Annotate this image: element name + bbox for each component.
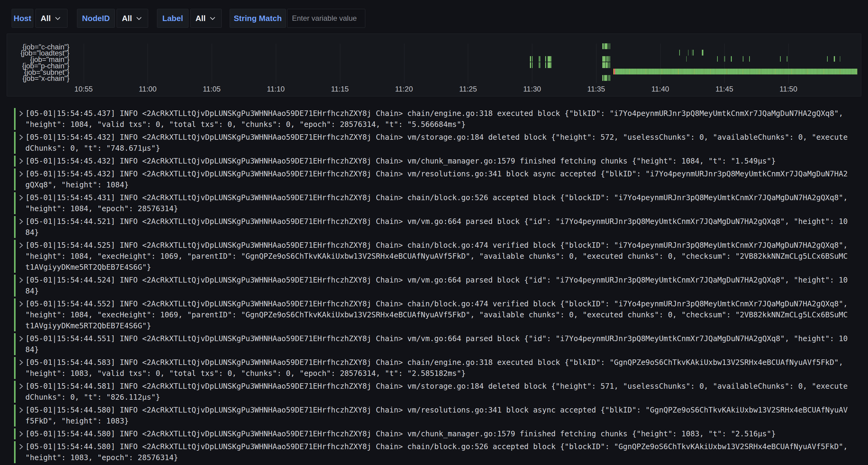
log-row[interactable]: [05-01|15:54:44.524] INFO <2AcRkXTLLtQjv… (0, 275, 868, 297)
gridline (660, 44, 661, 83)
x-axis-tick-label: 11:15 (318, 85, 361, 94)
log-row[interactable]: [05-01|15:54:45.431] INFO <2AcRkXTLLtQjv… (0, 192, 868, 214)
log-row[interactable]: [05-01|15:54:44.552] INFO <2AcRkXTLLtQjv… (0, 298, 868, 331)
log-volume-bar (602, 56, 606, 62)
log-message: [05-01|15:54:44.583] INFO <2AcRkXTLLtQjv… (25, 357, 850, 379)
log-volume-bar (604, 75, 607, 81)
log-volume-panel: 10:5511:0011:0511:1011:1511:2011:2511:30… (7, 34, 861, 96)
x-axis-tick-label: 11:30 (511, 85, 553, 94)
log-row[interactable]: [05-01|15:54:44.525] INFO <2AcRkXTLLtQjv… (0, 240, 868, 273)
log-volume-bar (610, 56, 610, 62)
chevron-right-icon[interactable] (17, 216, 25, 227)
log-volume-bar (609, 75, 609, 81)
log-volume-bar (609, 43, 609, 49)
log-volume-bar (609, 56, 609, 62)
log-volume-bar (725, 56, 725, 62)
chevron-right-icon[interactable] (17, 132, 25, 143)
log-level-indicator (14, 405, 16, 427)
logs-list: [05-01|15:54:45.437] INFO <2AcRkXTLLtQjv… (0, 108, 868, 465)
log-row[interactable]: [05-01|15:54:45.432] INFO <2AcRkXTLLtQjv… (0, 156, 868, 167)
log-volume-bar (548, 56, 551, 62)
log-level-indicator (14, 156, 16, 167)
chevron-down-icon (55, 17, 60, 20)
variable-select-nodeid[interactable]: All (117, 9, 148, 28)
chevron-right-icon[interactable] (17, 156, 25, 167)
log-row[interactable]: [05-01|15:54:44.580] INFO <2AcRkXTLLtQjv… (0, 405, 868, 427)
log-volume-bar (780, 56, 781, 62)
log-volume-bar (532, 62, 533, 68)
string-match-input[interactable] (287, 9, 365, 28)
chevron-right-icon[interactable] (17, 441, 25, 452)
log-volume-bar (548, 62, 551, 68)
chevron-right-icon[interactable] (17, 168, 25, 179)
log-level-indicator (14, 275, 16, 297)
log-volume-bar (743, 56, 743, 62)
log-volume-bar (731, 56, 732, 62)
log-message: [05-01|15:54:44.581] INFO <2AcRkXTLLtQjv… (25, 381, 850, 403)
chevron-right-icon[interactable] (17, 275, 25, 286)
log-volume-bar (717, 56, 718, 62)
log-level-indicator (14, 240, 16, 273)
log-volume-bar (530, 56, 531, 62)
log-message: [05-01|15:54:45.432] INFO <2AcRkXTLLtQjv… (25, 132, 850, 154)
x-axis-tick-label: 11:00 (126, 85, 169, 94)
log-volume-bar (539, 56, 539, 62)
log-message: [05-01|15:54:44.580] INFO <2AcRkXTLLtQjv… (25, 405, 850, 427)
gridline (276, 44, 276, 83)
log-message: [05-01|15:54:44.580] INFO <2AcRkXTLLtQjv… (25, 428, 850, 439)
log-message: [05-01|15:54:45.432] INFO <2AcRkXTLLtQjv… (25, 156, 850, 167)
log-volume-bar (827, 56, 828, 62)
chevron-down-icon (136, 17, 142, 20)
variable-select-host[interactable]: All (35, 9, 67, 28)
chevron-right-icon[interactable] (17, 357, 25, 368)
gridline (340, 44, 340, 83)
log-volume-bar (610, 62, 610, 68)
log-message: [05-01|15:54:44.521] INFO <2AcRkXTLLtQjv… (25, 216, 850, 238)
log-row[interactable]: [05-01|15:54:44.521] INFO <2AcRkXTLLtQjv… (0, 216, 868, 238)
x-axis-tick-label: 11:35 (575, 85, 618, 94)
chevron-right-icon[interactable] (17, 428, 25, 439)
log-level-indicator (14, 168, 16, 190)
chevron-right-icon[interactable] (17, 240, 25, 251)
log-volume-bar (610, 43, 610, 49)
log-message: [05-01|15:54:45.431] INFO <2AcRkXTLLtQjv… (25, 192, 850, 214)
log-volume-bar (608, 56, 609, 62)
log-row[interactable]: [05-01|15:54:45.432] INFO <2AcRkXTLLtQjv… (0, 168, 868, 190)
series-label[interactable]: {job="x-chain"} (7, 74, 69, 83)
grafana-logs-dashboard: { "toolbar": { "variables": [ { "label":… (0, 0, 868, 465)
log-row[interactable]: [05-01|15:54:45.437] INFO <2AcRkXTLLtQjv… (0, 108, 868, 130)
gridline (468, 44, 468, 83)
chevron-right-icon[interactable] (17, 298, 25, 309)
log-volume-bar (532, 56, 533, 62)
log-message: [05-01|15:54:45.437] INFO <2AcRkXTLLtQjv… (25, 108, 850, 130)
chevron-right-icon[interactable] (17, 108, 25, 119)
log-volume-bar (540, 56, 540, 62)
log-volume-bar (551, 62, 552, 68)
log-row[interactable]: [05-01|15:54:44.581] INFO <2AcRkXTLLtQjv… (0, 381, 868, 403)
log-row[interactable]: [05-01|15:54:44.580] INFO <2AcRkXTLLtQjv… (0, 428, 868, 439)
chevron-right-icon[interactable] (17, 333, 25, 344)
log-message: [05-01|15:54:44.525] INFO <2AcRkXTLLtQjv… (25, 240, 850, 273)
variable-select-label[interactable]: All (190, 9, 222, 28)
log-row[interactable]: [05-01|15:54:44.580] INFO <2AcRkXTLLtQjv… (0, 441, 868, 463)
variable-label-label: Label (157, 9, 188, 28)
x-axis-tick-label: 11:20 (383, 85, 426, 94)
log-row[interactable]: [05-01|15:54:44.583] INFO <2AcRkXTLLtQjv… (0, 357, 868, 379)
chevron-right-icon[interactable] (17, 405, 25, 416)
log-row[interactable]: [05-01|15:54:45.432] INFO <2AcRkXTLLtQjv… (0, 132, 868, 154)
log-message: [05-01|15:54:44.580] INFO <2AcRkXTLLtQjv… (25, 441, 850, 463)
log-volume-bar (840, 56, 840, 62)
gridline (212, 44, 212, 83)
log-volume-plot[interactable]: 10:5511:0011:0511:1011:1511:2011:2511:30… (7, 34, 861, 96)
log-volume-bar (602, 75, 603, 81)
chevron-right-icon[interactable] (17, 381, 25, 392)
log-volume-bar (609, 62, 610, 68)
log-volume-bar (607, 56, 607, 62)
log-row[interactable]: [05-01|15:54:44.551] INFO <2AcRkXTLLtQjv… (0, 333, 868, 355)
log-volume-bar (551, 56, 552, 62)
log-volume-bar (540, 62, 540, 68)
chevron-right-icon[interactable] (17, 192, 25, 203)
log-volume-bar (686, 56, 687, 62)
log-volume-bar (609, 62, 609, 68)
log-volume-bar-continuous (613, 69, 858, 74)
